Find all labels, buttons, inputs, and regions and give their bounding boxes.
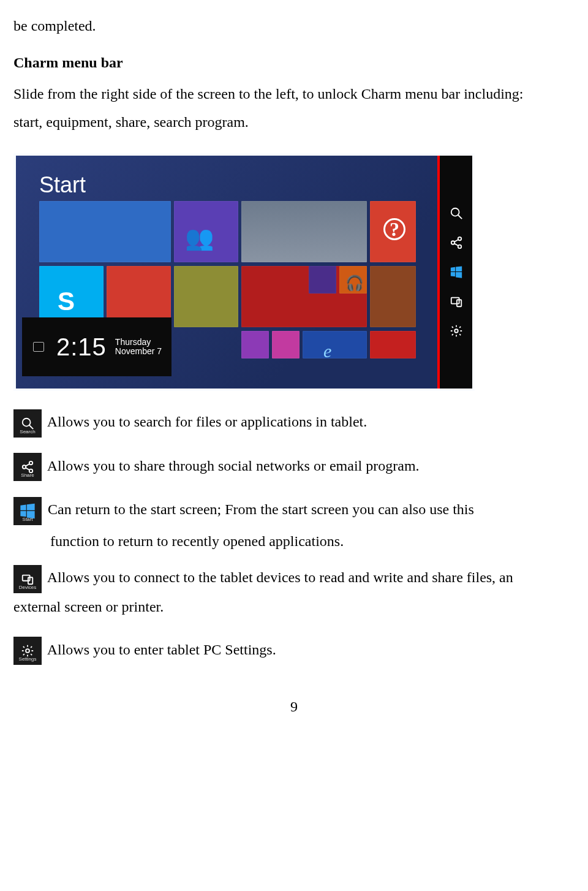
devices-icon-label: Devices xyxy=(13,583,42,592)
svg-rect-7 xyxy=(451,298,459,304)
clock-overlay: 2:15 Thursday November 7 xyxy=(22,317,172,376)
item-devices: Devices Allows you to connect to the tab… xyxy=(13,564,575,593)
svg-line-15 xyxy=(26,464,29,466)
svg-point-10 xyxy=(23,419,31,427)
svg-point-13 xyxy=(29,461,33,465)
svg-point-4 xyxy=(458,245,461,249)
search-icon: Search xyxy=(13,409,42,438)
start-screen-screenshot: Start S 👥 🎧 e ? xyxy=(13,153,475,391)
svg-line-6 xyxy=(454,244,458,246)
tile-purple-small-1 xyxy=(241,331,269,358)
svg-point-0 xyxy=(451,208,459,216)
page-number: 9 xyxy=(13,693,575,721)
devices-icon: Devices xyxy=(13,565,42,593)
share-icon-label: Share xyxy=(13,471,42,480)
svg-point-19 xyxy=(26,649,29,653)
clock-time: 2:15 xyxy=(56,324,107,370)
clock-date: November 7 xyxy=(115,347,162,356)
svg-point-9 xyxy=(454,330,458,333)
svg-point-12 xyxy=(23,466,26,469)
charm-start-icon xyxy=(450,265,463,279)
tile-olive xyxy=(174,266,238,327)
tile-red-bottom xyxy=(370,331,416,358)
svg-line-5 xyxy=(454,240,458,242)
intro-paragraph-line2: start, equipment, share, search program. xyxy=(13,108,575,137)
heading-charm-menu-bar: Charm menu bar xyxy=(13,49,575,77)
svg-line-1 xyxy=(458,215,461,219)
network-icon xyxy=(33,342,44,352)
tile-desktop xyxy=(39,201,171,262)
svg-point-2 xyxy=(451,241,454,245)
tile-purple-small-2 xyxy=(272,331,300,358)
start-icon: Start xyxy=(13,497,42,525)
charm-devices-icon xyxy=(450,295,463,308)
item-start-text-line2: function to return to recently opened ap… xyxy=(50,528,575,556)
tile-deep-purple xyxy=(309,266,336,294)
item-settings-text: Allows you to enter tablet PC Settings. xyxy=(47,642,276,658)
tile-photo xyxy=(370,266,416,327)
share-icon: Share xyxy=(13,453,42,481)
tile-music: 🎧 xyxy=(339,266,367,294)
item-devices-text-line1: Allows you to connect to the tablet devi… xyxy=(47,569,513,585)
clock-weekday: Thursday xyxy=(115,338,162,347)
item-start: Start Can return to the start screen; Fr… xyxy=(13,496,575,525)
tile-internet-explorer: e xyxy=(303,331,367,358)
svg-point-3 xyxy=(458,237,461,241)
settings-icon: Settings xyxy=(13,637,42,665)
item-search-text: Allows you to search for files or applic… xyxy=(47,414,368,430)
item-share-text: Allows you to share through social netwo… xyxy=(47,458,420,474)
settings-icon-label: Settings xyxy=(13,654,42,664)
start-icon-label: Start xyxy=(13,515,42,524)
item-share: Share Allows you to share through social… xyxy=(13,452,575,481)
charm-settings-icon xyxy=(450,324,463,338)
item-settings: Settings Allows you to enter tablet PC S… xyxy=(13,636,575,665)
item-devices-text-line2: external screen or printer. xyxy=(13,593,575,621)
item-search: Search Allows you to search for files or… xyxy=(13,408,575,437)
tile-weather xyxy=(241,201,367,262)
svg-line-16 xyxy=(26,468,29,471)
charm-share-icon xyxy=(450,236,463,249)
intro-paragraph-line1: Slide from the right side of the screen … xyxy=(13,80,575,108)
tile-help: ? xyxy=(370,201,416,262)
continuation-text: be completed. xyxy=(13,12,575,40)
charm-search-icon xyxy=(450,207,463,220)
tile-people: 👥 xyxy=(174,201,238,262)
search-icon-label: Search xyxy=(13,427,42,436)
charm-bar xyxy=(440,156,472,389)
item-start-text-line1: Can return to the start screen; From the… xyxy=(48,501,474,517)
start-label: Start xyxy=(39,164,86,206)
